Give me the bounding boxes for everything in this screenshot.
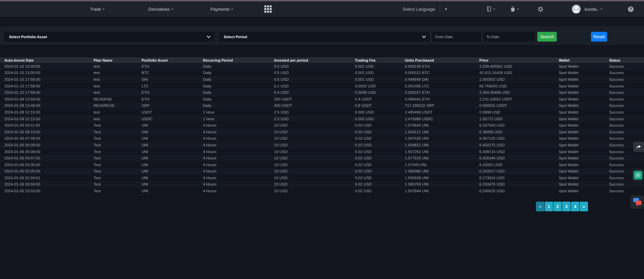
portfolio-asset-select[interactable]: Select Portfolio Asset <box>4 32 215 42</box>
table-cell: test <box>94 70 142 76</box>
table-cell: Success <box>609 89 644 96</box>
table-cell: test <box>94 63 142 70</box>
table-cell: Spot Wallet <box>559 122 609 129</box>
table-cell: 10 USD <box>274 181 355 188</box>
nav-menu-derivatives[interactable]: Derivatives ▾ <box>148 1 173 17</box>
table-cell: Daily <box>203 83 274 89</box>
search-button[interactable]: Search <box>537 32 557 42</box>
table-cell: 4 Hours <box>203 181 274 188</box>
table-cell: Spot Wallet <box>559 109 609 116</box>
table-cell: 0.02 USD <box>355 148 405 155</box>
table-cell: 10 USD <box>274 135 355 142</box>
table-row: 2024-01-05 23:03:00TestUNI4 Hours10 USD0… <box>0 188 644 194</box>
pagination-next-button[interactable]: » <box>580 202 588 211</box>
table-cell: 10 USD <box>274 168 355 175</box>
table-cell: XRP <box>142 102 203 109</box>
table-cell: 6.33052 USD <box>479 161 559 168</box>
table-cell: UNI <box>142 142 203 148</box>
nav-menu-payments[interactable]: Payments ▾ <box>210 1 233 17</box>
table-cell: Test <box>94 168 142 175</box>
table-cell: 0.556501 USDT <box>479 102 559 109</box>
period-select[interactable]: Select Period <box>219 32 430 42</box>
table-cell: REVERESE <box>94 102 142 109</box>
auto-invest-history-table: Auto-Invest DatePlan NamePortfolio Asset… <box>0 57 644 194</box>
table-cell: 1 Hour <box>203 109 274 116</box>
table-cell: 0.02 USD <box>355 142 405 148</box>
table-cell: 0.001 USD <box>355 63 405 70</box>
chatgpt-overlay-button[interactable] <box>632 169 644 182</box>
table-cell: 0.8 USDT <box>355 102 405 109</box>
table-cell: Spot Wallet <box>559 116 609 122</box>
table-cell: ETH <box>142 89 203 96</box>
settings-button[interactable] <box>538 1 543 17</box>
reset-button[interactable]: Reset <box>591 32 607 42</box>
share-overlay-button[interactable] <box>633 142 644 152</box>
table-cell: 1.557252 UNI <box>405 148 479 155</box>
table-cell: BTC <box>142 70 203 76</box>
table-cell: Spot Wallet <box>559 102 609 109</box>
table-cell: Success <box>609 161 644 168</box>
table-cell: 0.02 USD <box>355 135 405 142</box>
table-cell: Test <box>94 142 142 148</box>
table-cell: Test <box>94 129 142 135</box>
table-cell: 0.02 USD <box>355 188 405 194</box>
table-cell: 2,509.405501 USD <box>479 63 559 70</box>
table-cell: 2.495499 USDT <box>405 109 479 116</box>
column-header: Auto-Invest Date <box>0 57 94 63</box>
table-cell: 0.02 USD <box>355 175 405 181</box>
translate-overlay-button[interactable] <box>631 195 644 209</box>
share-arrow-icon <box>636 145 641 149</box>
table-cell: 6.367125 USD <box>479 135 559 142</box>
pagination-prev-button[interactable]: « <box>536 202 544 211</box>
table-cell: Success <box>609 188 644 194</box>
table-cell: 4 Hours <box>203 155 274 161</box>
orders-menu[interactable]: ▾ <box>486 1 495 17</box>
account-menu[interactable]: kunda.. ▾ <box>572 1 602 17</box>
username: kunda.. <box>585 7 599 12</box>
table-header: Auto-Invest DatePlan NamePortfolio Asset… <box>0 57 644 63</box>
table-cell: 2024-01-08 12:15:00 <box>0 116 94 122</box>
to-date-input[interactable] <box>483 32 535 42</box>
table-cell: Spot Wallet <box>559 155 609 161</box>
table-row: 2024-01-06 05:08:00TestUNI4 Hours10 USD0… <box>0 148 644 155</box>
nav-menu-payments-label: Payments <box>210 7 230 12</box>
table-row: 2024-01-08 13:46:00REVERESEXRPDaily400 U… <box>0 102 644 109</box>
table-cell: 2024-01-08 13:56:00 <box>0 96 94 102</box>
table-cell: REVERSE <box>94 96 142 102</box>
table-cell: 2024-01-10 17:58:00 <box>0 89 94 96</box>
table-cell: Test <box>94 122 142 129</box>
pagination-page-2-button[interactable]: 2 <box>553 202 562 211</box>
pagination-page-3-button[interactable]: 3 <box>562 202 571 211</box>
table-cell: 4 Hours <box>203 161 274 168</box>
table-cell: test <box>94 89 142 96</box>
table-cell: 6.337943 USD <box>479 122 559 129</box>
table-cell: 2.5 USD <box>274 116 355 122</box>
table-cell: 0.005 USD <box>355 109 405 116</box>
table-cell: Success <box>609 135 644 142</box>
pagination-page-1-button[interactable]: 1 <box>545 202 553 211</box>
pagination-page-4-button[interactable]: 4 <box>571 202 579 211</box>
table-cell: 10 USD <box>274 175 355 181</box>
language-selector[interactable]: Select Language ▼ <box>402 1 448 17</box>
table-cell: 4 Hours <box>203 129 274 135</box>
help-button[interactable]: ? <box>628 1 634 17</box>
table-row: 2024-01-06 03:06:00TestUNI4 Hours10 USD0… <box>0 161 644 168</box>
gear-icon <box>538 6 543 12</box>
table-cell: 0.02 USD <box>355 155 405 161</box>
apps-grid-button[interactable] <box>264 1 272 17</box>
table-cell: 2024-01-15 13:00:00 <box>0 63 94 70</box>
nav-menu-trade[interactable]: Trade ▾ <box>90 1 104 17</box>
table-cell: 10 USD <box>274 122 355 129</box>
chevron-down-icon: ▾ <box>103 8 104 11</box>
from-date-input[interactable] <box>432 32 481 42</box>
table-cell: 2024-01-06 04:07:00 <box>0 155 94 161</box>
table-cell: Success <box>609 116 644 122</box>
wallet-menu[interactable]: ▾ <box>510 1 519 17</box>
table-cell: 6.38058 USD <box>479 129 559 135</box>
avatar <box>572 5 581 13</box>
table-cell: UNI <box>142 181 203 188</box>
table-cell: Success <box>609 122 644 129</box>
table-cell: test <box>94 109 142 116</box>
table-header-row: Auto-Invest DatePlan NamePortfolio Asset… <box>0 57 644 63</box>
book-icon <box>486 6 492 12</box>
